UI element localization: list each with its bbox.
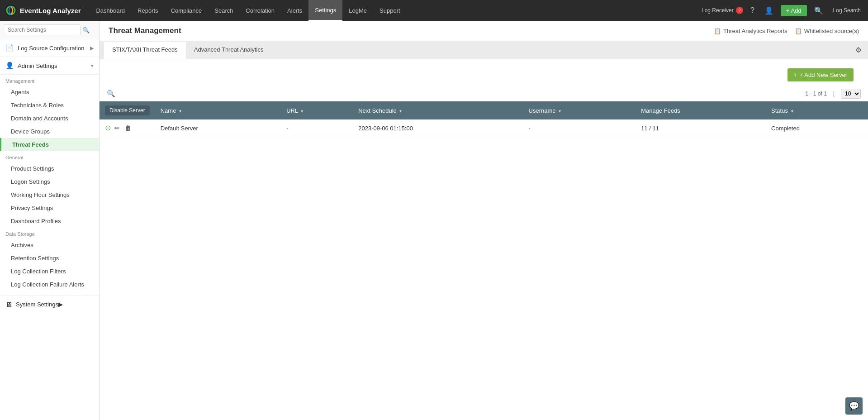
- top-nav-right: Log Receiver 2 ? 👤 + Add 🔍 Log Search: [702, 5, 863, 16]
- nav-compliance[interactable]: Compliance: [165, 0, 209, 21]
- add-button[interactable]: + Add: [781, 5, 807, 16]
- col-next-schedule: Next Schedule ▾: [353, 101, 523, 119]
- sidebar-item-agents[interactable]: Agents: [0, 86, 99, 99]
- chevron-down-icon: ▾: [91, 63, 94, 69]
- table-row: ⊙ ✏ 🗑 Default Server - 2023-09-06 01:15:…: [100, 119, 868, 137]
- nav-correlation[interactable]: Correlation: [239, 0, 281, 21]
- sidebar-item-retention-settings[interactable]: Retention Settings: [0, 252, 99, 265]
- user-icon[interactable]: 👤: [762, 6, 776, 15]
- status-sort-icon[interactable]: ▾: [791, 109, 793, 114]
- main-layout: 🔍 📄 Log Source Configuration ▶ 👤 Admin S…: [0, 21, 868, 420]
- row-url-cell: -: [281, 119, 353, 137]
- sidebar-item-technicians-roles[interactable]: Technicians & Roles: [0, 99, 99, 112]
- search-input[interactable]: [4, 24, 81, 35]
- enable-disable-icon[interactable]: ⊙: [105, 124, 111, 132]
- col-username: Username ▾: [523, 101, 636, 119]
- log-receiver-button[interactable]: Log Receiver 2: [702, 7, 743, 14]
- header-actions: 📋 Threat Analytics Reports 📋 Whitelisted…: [714, 28, 859, 34]
- nav-settings[interactable]: Settings: [308, 0, 342, 21]
- whitelist-icon: 📋: [795, 28, 802, 34]
- sidebar-item-working-hour-settings[interactable]: Working Hour Settings: [0, 188, 99, 201]
- per-page-select[interactable]: 10: [841, 89, 861, 99]
- logo-area: EventLog Analyzer: [5, 4, 81, 17]
- sidebar-item-archives[interactable]: Archives: [0, 239, 99, 252]
- search-icon[interactable]: 🔍: [811, 6, 826, 15]
- data-table: Disable Server Name ▾ URL ▾ Next Schedul…: [100, 101, 868, 137]
- sidebar: 🔍 📄 Log Source Configuration ▶ 👤 Admin S…: [0, 21, 100, 420]
- edit-button[interactable]: ✏: [113, 124, 122, 133]
- sidebar-item-log-source[interactable]: 📄 Log Source Configuration ▶: [0, 39, 99, 57]
- logo-icon: [5, 4, 17, 17]
- table-area: + + Add New Server 🔍 1 - 1 of 1 | 10: [100, 59, 868, 420]
- sidebar-item-log-collection-failure[interactable]: Log Collection Failure Alerts: [0, 278, 99, 291]
- pagination-sep: |: [833, 91, 835, 97]
- app-name: EventLog Analyzer: [20, 7, 81, 14]
- threat-analytics-reports-link[interactable]: 📋 Threat Analytics Reports: [714, 28, 787, 34]
- sidebar-item-device-groups[interactable]: Device Groups: [0, 125, 99, 138]
- sidebar-item-system-settings[interactable]: 🖥 System Settings ▶: [0, 296, 99, 313]
- tabs-bar: STIX/TAXII Threat Feeds Advanced Threat …: [100, 41, 868, 59]
- table-body: ⊙ ✏ 🗑 Default Server - 2023-09-06 01:15:…: [100, 119, 868, 137]
- top-nav: EventLog Analyzer Dashboard Reports Comp…: [0, 0, 868, 21]
- table-search-button[interactable]: 🔍: [107, 90, 115, 98]
- delete-button[interactable]: 🗑: [123, 124, 133, 133]
- page-title: Threat Management: [109, 26, 181, 35]
- log-search-button[interactable]: Log Search: [830, 7, 863, 14]
- col-name: Name ▾: [155, 101, 281, 119]
- name-sort-icon[interactable]: ▾: [179, 109, 181, 114]
- log-source-icon: 📄: [5, 44, 14, 52]
- content-area: Threat Management 📋 Threat Analytics Rep…: [100, 21, 868, 420]
- tab-stix-taxii[interactable]: STIX/TAXII Threat Feeds: [104, 42, 186, 59]
- col-manage-feeds: Manage Feeds: [636, 101, 766, 119]
- general-group-label: General: [0, 151, 99, 162]
- sidebar-item-domain-accounts[interactable]: Domain and Accounts: [0, 112, 99, 125]
- chevron-right-icon: ▶: [90, 45, 94, 51]
- col-status: Status ▾: [766, 101, 868, 119]
- sidebar-item-admin-settings[interactable]: 👤 Admin Settings ▾: [0, 57, 99, 75]
- data-storage-group-label: Data Storage: [0, 228, 99, 239]
- whitelisted-sources-link[interactable]: 📋 Whitelisted source(s): [795, 28, 859, 34]
- pagination-info: 1 - 1 of 1: [806, 91, 827, 97]
- search-pag-row: 🔍 1 - 1 of 1 | 10: [100, 86, 868, 101]
- admin-settings-icon: 👤: [5, 62, 14, 70]
- col-actions: Disable Server: [100, 101, 155, 119]
- system-settings-chevron-icon: ▶: [58, 301, 63, 308]
- nav-links: Dashboard Reports Compliance Search Corr…: [90, 0, 702, 21]
- sidebar-item-log-collection-filters[interactable]: Log Collection Filters: [0, 265, 99, 278]
- nav-reports[interactable]: Reports: [131, 0, 165, 21]
- nav-logme[interactable]: LogMe: [342, 0, 373, 21]
- sidebar-item-dashboard-profiles[interactable]: Dashboard Profiles: [0, 215, 99, 228]
- add-new-server-button[interactable]: + + Add New Server: [787, 68, 854, 81]
- content-header: Threat Management 📋 Threat Analytics Rep…: [100, 21, 868, 41]
- chat-button[interactable]: 💬: [845, 397, 863, 415]
- log-receiver-badge: 2: [736, 7, 743, 14]
- sidebar-item-threat-feeds[interactable]: Threat Feeds: [0, 138, 99, 151]
- sidebar-search-icon: 🔍: [82, 27, 90, 33]
- admin-settings-label: Admin Settings: [18, 62, 91, 69]
- schedule-sort-icon[interactable]: ▾: [399, 109, 402, 114]
- row-manage-feeds-cell[interactable]: 11 / 11: [636, 119, 766, 137]
- tab-advanced-threat[interactable]: Advanced Threat Analytics: [186, 42, 272, 59]
- report-icon: 📋: [714, 28, 721, 34]
- row-name-cell: Default Server: [155, 119, 281, 137]
- sidebar-item-product-settings[interactable]: Product Settings: [0, 162, 99, 175]
- nav-dashboard[interactable]: Dashboard: [90, 0, 131, 21]
- pagination-area: 1 - 1 of 1 | 10: [806, 89, 861, 99]
- table-header: Disable Server Name ▾ URL ▾ Next Schedul…: [100, 101, 868, 119]
- plus-icon: +: [794, 72, 797, 78]
- help-icon[interactable]: ?: [748, 6, 757, 14]
- system-settings-label: System Settings: [16, 301, 58, 308]
- nav-alerts[interactable]: Alerts: [281, 0, 308, 21]
- username-sort-icon[interactable]: ▾: [559, 109, 561, 114]
- row-username-cell: -: [523, 119, 636, 137]
- sidebar-item-logon-settings[interactable]: Logon Settings: [0, 175, 99, 188]
- add-row: + + Add New Server: [100, 59, 868, 86]
- disable-server-tooltip: Disable Server: [105, 105, 150, 115]
- url-sort-icon[interactable]: ▾: [301, 109, 303, 114]
- col-url: URL ▾: [281, 101, 353, 119]
- nav-support[interactable]: Support: [373, 0, 407, 21]
- management-group-label: Management: [0, 75, 99, 86]
- sidebar-item-privacy-settings[interactable]: Privacy Settings: [0, 201, 99, 215]
- nav-search[interactable]: Search: [208, 0, 239, 21]
- gear-button[interactable]: ⚙: [849, 41, 868, 59]
